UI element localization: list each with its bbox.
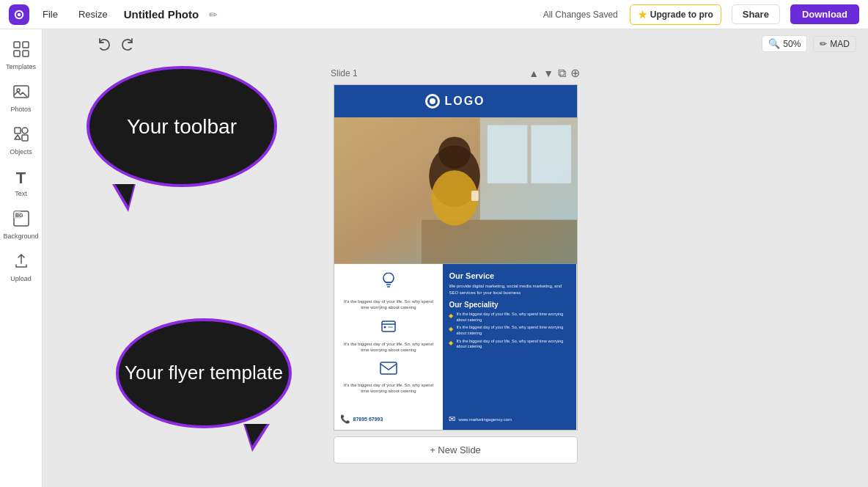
download-button[interactable]: Download — [790, 4, 859, 24]
resize-menu[interactable]: Resize — [71, 6, 115, 23]
document-title: Untitled Photo — [124, 8, 199, 21]
svg-rect-3 — [14, 42, 20, 48]
sidebar: Templates Photos Objects — [0, 29, 43, 487]
flyer-top-bar: LOGO — [334, 85, 577, 117]
svg-rect-4 — [23, 42, 29, 48]
new-slide-button[interactable]: + New Slide — [334, 436, 578, 464]
svg-rect-19 — [422, 220, 577, 264]
app-logo[interactable] — [9, 4, 29, 25]
flyer-bullet-1: ◆ It's the biggest day of your life. So,… — [449, 312, 570, 323]
flyer-service-title: Our Service — [449, 271, 570, 280]
flyer-bullet-2: ◆ It's the biggest day of your life. So,… — [449, 325, 570, 336]
logo-dot-icon — [425, 94, 440, 109]
phone-icon: 📞 — [340, 414, 350, 424]
zoom-level: 50% — [783, 39, 801, 49]
flyer-website: www.marketingagency.com — [458, 417, 512, 422]
canvas-area: 🔍 50% ✏ MAD — [43, 29, 868, 487]
toolbar-bubble-text: Your toolbar — [127, 114, 237, 139]
flyer-service-block-1: It's the biggest day of your life. So, w… — [340, 271, 438, 311]
flyer-hero-image — [334, 117, 577, 264]
svg-point-22 — [431, 170, 478, 226]
slide-copy-button[interactable]: ⧉ — [558, 67, 566, 80]
file-menu[interactable]: File — [35, 6, 65, 23]
slide-add-button[interactable]: ⊕ — [570, 66, 580, 80]
flyer-service-block-3: It's the biggest day of your life. So, w… — [340, 361, 438, 395]
flyer-speciality-title: Our Speciality — [449, 301, 570, 309]
redo-button[interactable] — [117, 35, 138, 56]
photos-label: Photos — [10, 106, 31, 113]
bullet-dot-1: ◆ — [449, 312, 453, 319]
sidebar-item-text[interactable]: T Text — [3, 163, 40, 202]
svg-point-10 — [22, 128, 28, 133]
slide-nav-up[interactable]: ▲ — [529, 67, 539, 79]
flyer-left-column: It's the biggest day of your life. So, w… — [334, 264, 444, 409]
mad-text: MAD — [830, 39, 850, 49]
upload-label: Upload — [10, 275, 32, 282]
svg-rect-6 — [23, 51, 29, 56]
zoom-icon: 🔍 — [768, 38, 780, 49]
save-status: All Changes Saved — [543, 10, 618, 20]
sidebar-item-templates[interactable]: Templates — [3, 35, 40, 75]
sidebar-item-background[interactable]: BG Background — [3, 205, 40, 244]
templates-icon — [13, 41, 29, 61]
flyer-slide: LOGO — [334, 84, 578, 431]
star-icon: ★ — [638, 9, 647, 21]
slide-nav-down[interactable]: ▼ — [543, 67, 553, 79]
navbar: File Resize Untitled Photo ✏ All Changes… — [0, 0, 868, 29]
lightbulb-icon — [340, 271, 438, 296]
main-layout: Templates Photos Objects — [0, 29, 868, 487]
svg-rect-26 — [388, 326, 393, 328]
sidebar-item-photos[interactable]: Photos — [3, 78, 40, 117]
slide-header: Slide 1 ▲ ▼ ⧉ ⊕ — [331, 66, 580, 80]
flyer-service-desc: We provide digital marketing, social med… — [449, 283, 570, 296]
svg-point-2 — [18, 12, 21, 16]
upgrade-button[interactable]: ★ Upgrade to pro — [630, 4, 721, 25]
flyer-speech-bubble: Your flyer template — [116, 318, 292, 428]
bullet-dot-3: ◆ — [449, 340, 453, 346]
share-button[interactable]: Share — [732, 4, 780, 24]
mad-label[interactable]: ✏ MAD — [813, 36, 856, 52]
flyer-block-2-text: It's the biggest day of your life. So, w… — [340, 341, 438, 354]
envelope-icon — [340, 361, 438, 379]
svg-rect-23 — [471, 191, 478, 201]
woman-photo — [334, 117, 577, 264]
email-footer-icon: ✉ — [449, 414, 455, 424]
svg-rect-5 — [14, 51, 20, 56]
templates-label: Templates — [6, 63, 36, 70]
sidebar-item-objects[interactable]: Objects — [3, 120, 40, 160]
svg-point-21 — [438, 136, 471, 169]
flyer-bullet-3: ◆ It's the biggest day of your life. So,… — [449, 339, 570, 350]
objects-icon — [13, 126, 29, 146]
bullet-text-1: It's the biggest day of your life. So, w… — [456, 312, 570, 323]
flyer-body: It's the biggest day of your life. So, w… — [334, 264, 577, 409]
svg-rect-17 — [487, 125, 527, 184]
text-label: Text — [15, 190, 27, 197]
zoom-display[interactable]: 🔍 50% — [762, 35, 807, 52]
second-icon — [340, 318, 438, 338]
flyer-footer: 📞 87895 67993 ✉ www.marketingagency.com — [334, 409, 577, 430]
flyer-bubble-text: Your flyer template — [125, 362, 283, 384]
background-icon: BG — [13, 210, 29, 230]
slide-label: Slide 1 — [331, 68, 358, 78]
slide-nav-controls: ▲ ▼ ⧉ ⊕ — [529, 66, 580, 80]
toolbar-speech-bubble: Your toolbar — [87, 66, 277, 187]
svg-rect-9 — [15, 128, 21, 133]
edit-title-icon[interactable]: ✏ — [209, 9, 218, 21]
flyer-phone: 87895 67993 — [353, 417, 383, 422]
flyer-logo: LOGO — [425, 94, 485, 109]
objects-label: Objects — [10, 148, 32, 155]
logo-text: LOGO — [444, 95, 485, 108]
flyer-block-3-text: It's the biggest day of your life. So, w… — [340, 382, 438, 395]
svg-rect-11 — [22, 135, 28, 141]
bullet-dot-2: ◆ — [449, 326, 453, 332]
flyer-block-1-text: It's the biggest day of your life. So, w… — [340, 299, 438, 311]
text-icon: T — [16, 169, 26, 188]
bullet-text-3: It's the biggest day of your life. So, w… — [456, 339, 570, 350]
svg-text:BG: BG — [15, 213, 23, 218]
svg-point-25 — [383, 326, 386, 328]
sidebar-item-upload[interactable]: Upload — [3, 247, 40, 287]
undo-button[interactable] — [94, 35, 114, 56]
svg-rect-27 — [380, 362, 397, 374]
svg-rect-18 — [531, 125, 571, 184]
upload-icon — [13, 253, 29, 273]
